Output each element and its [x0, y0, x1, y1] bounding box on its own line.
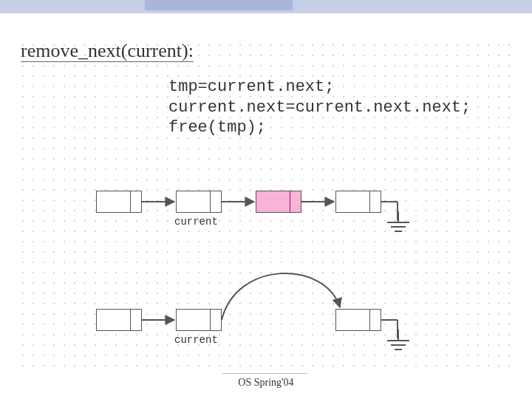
code-line: free(tmp); [168, 118, 266, 137]
ground-icon [387, 340, 409, 361]
list-node-removed [256, 191, 301, 213]
code-block: tmp=current.next; current.next=current.n… [168, 77, 471, 138]
pointer-label: current [174, 334, 218, 346]
list-node [96, 309, 142, 331]
slide-title: remove_next(current): [21, 40, 194, 62]
ground-icon [387, 222, 409, 242]
slide: remove_next(current): tmp=current.next; … [0, 0, 532, 399]
list-node [176, 309, 222, 331]
pointer-label: current [174, 216, 218, 228]
code-line: current.next=current.next.next; [168, 98, 471, 117]
footer-rule [222, 373, 307, 374]
list-node [335, 309, 381, 331]
title-accent [145, 0, 293, 10]
code-line: tmp=current.next; [168, 78, 334, 96]
list-node [96, 191, 142, 213]
list-node [335, 191, 381, 213]
list-node [176, 191, 222, 213]
footer-text: OS Spring'04 [0, 377, 532, 389]
